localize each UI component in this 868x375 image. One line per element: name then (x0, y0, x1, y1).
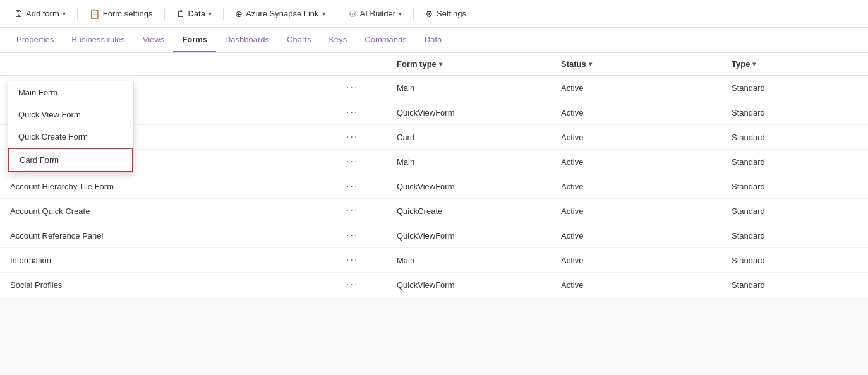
ai-builder-button[interactable]: ♾ AI Builder ▾ (342, 6, 408, 22)
tab-keys[interactable]: Keys (320, 28, 356, 52)
col-header-dots (346, 59, 397, 69)
table-row[interactable]: Account Reference Panel ··· QuickViewFor… (0, 223, 868, 248)
azure-synapse-chevron: ▾ (322, 10, 325, 17)
add-form-dropdown: Main Form Quick View Form Quick Create F… (8, 81, 134, 173)
dropdown-item-quick-create-form[interactable]: Quick Create Form (8, 126, 133, 148)
table-row[interactable]: Information ··· Main Active Standard (0, 248, 868, 273)
cell-type: Standard (732, 206, 858, 216)
cell-status: Active (561, 157, 732, 167)
cell-type: Standard (732, 133, 858, 142)
status-sort-icon: ▾ (589, 61, 592, 68)
cell-name: Information (10, 256, 346, 265)
data-button[interactable]: 🗒 Data ▾ (170, 6, 218, 22)
cell-dots[interactable]: ··· (346, 181, 397, 192)
tab-business-rules[interactable]: Business rules (63, 28, 134, 52)
cell-status: Active (561, 83, 732, 93)
tab-forms[interactable]: Forms (173, 28, 216, 52)
cell-dots[interactable]: ··· (346, 254, 397, 266)
cell-name: Account Quick Create (10, 206, 346, 216)
form-settings-button[interactable]: 📋 Form settings (83, 6, 159, 22)
cell-form-type: Main (397, 157, 561, 167)
main-content: Main Form Quick View Form Quick Create F… (0, 53, 868, 297)
azure-synapse-label: Azure Synapse Link (246, 9, 319, 18)
separator-2 (164, 8, 165, 20)
separator-4 (337, 8, 337, 20)
form-settings-label: Form settings (103, 9, 153, 18)
cell-dots[interactable]: ··· (346, 156, 397, 167)
separator-3 (223, 8, 224, 20)
data-label: Data (188, 9, 205, 18)
dropdown-item-main-form[interactable]: Main Form (8, 81, 133, 104)
col-header-type[interactable]: Type ▾ (732, 59, 858, 69)
cell-dots[interactable]: ··· (346, 230, 397, 241)
separator-1 (77, 8, 78, 20)
cell-status: Active (561, 206, 732, 216)
table-header: Form type ▾ Status ▾ Type ▾ (0, 53, 868, 76)
dropdown-item-quick-view-form[interactable]: Quick View Form (8, 104, 133, 126)
data-chevron: ▾ (208, 10, 212, 17)
azure-synapse-icon: ⊕ (235, 9, 243, 19)
dropdown-item-card-form[interactable]: Card Form (8, 148, 133, 172)
cell-form-type: Main (397, 256, 561, 265)
cell-type: Standard (732, 280, 858, 290)
cell-status: Active (561, 280, 732, 290)
tab-dashboards[interactable]: Dashboards (216, 28, 278, 52)
cell-name: Account Hierarchy Tile Form (10, 182, 346, 191)
tab-charts[interactable]: Charts (278, 28, 320, 52)
cell-type: Standard (732, 157, 858, 167)
cell-dots[interactable]: ··· (346, 205, 397, 217)
cell-type: Standard (732, 83, 858, 93)
cell-name: Social Profiles (10, 280, 346, 290)
add-form-chevron: ▾ (63, 10, 66, 17)
settings-label: Settings (437, 9, 466, 18)
add-form-icon: 🖺 (14, 9, 23, 19)
toolbar: 🖺 Add form ▾ 📋 Form settings 🗒 Data ▾ ⊕ … (0, 0, 868, 28)
tab-data[interactable]: Data (416, 28, 450, 52)
cell-form-type: QuickViewForm (397, 231, 561, 241)
nav-tabs: Properties Business rules Views Forms Da… (0, 28, 868, 53)
ai-builder-chevron: ▾ (399, 10, 402, 17)
cell-type: Standard (732, 108, 858, 117)
settings-button[interactable]: ⚙ Settings (419, 6, 473, 22)
cell-dots[interactable]: ··· (346, 279, 397, 290)
cell-type: Standard (732, 256, 858, 265)
table-row[interactable]: Account Hierarchy Tile Form ··· QuickVie… (0, 174, 868, 199)
cell-dots[interactable]: ··· (346, 107, 397, 118)
data-icon: 🗒 (176, 9, 185, 19)
add-form-label: Add form (26, 9, 59, 18)
cell-type: Standard (732, 182, 858, 191)
tab-views[interactable]: Views (134, 28, 173, 52)
tab-properties[interactable]: Properties (8, 28, 63, 52)
azure-synapse-button[interactable]: ⊕ Azure Synapse Link ▾ (229, 6, 332, 22)
cell-form-type: QuickViewForm (397, 182, 561, 191)
type-sort-icon: ▾ (752, 61, 756, 68)
cell-type: Standard (732, 231, 858, 241)
cell-form-type: QuickCreate (397, 206, 561, 216)
col-header-form-type[interactable]: Form type ▾ (397, 59, 561, 69)
cell-form-type: Main (397, 83, 561, 93)
cell-status: Active (561, 133, 732, 142)
table-row[interactable]: Account Quick Create ··· QuickCreate Act… (0, 199, 868, 223)
cell-name: Account Reference Panel (10, 231, 346, 241)
cell-form-type: Card (397, 133, 561, 142)
table-row[interactable]: Social Profiles ··· QuickViewForm Active… (0, 273, 868, 297)
col-header-name (10, 59, 346, 69)
settings-icon: ⚙ (425, 9, 433, 19)
tab-commands[interactable]: Commands (356, 28, 415, 52)
ai-builder-icon: ♾ (349, 9, 357, 19)
cell-form-type: QuickViewForm (397, 280, 561, 290)
cell-status: Active (561, 182, 732, 191)
cell-form-type: QuickViewForm (397, 108, 561, 117)
form-settings-icon: 📋 (89, 9, 100, 19)
form-type-sort-icon: ▾ (439, 61, 442, 68)
cell-status: Active (561, 108, 732, 117)
add-form-button[interactable]: 🖺 Add form ▾ (8, 6, 72, 22)
ai-builder-label: AI Builder (360, 9, 395, 18)
cell-status: Active (561, 231, 732, 241)
cell-dots[interactable]: ··· (346, 131, 397, 143)
separator-5 (413, 8, 414, 20)
col-header-status[interactable]: Status ▾ (561, 59, 732, 69)
cell-dots[interactable]: ··· (346, 82, 397, 93)
cell-status: Active (561, 256, 732, 265)
